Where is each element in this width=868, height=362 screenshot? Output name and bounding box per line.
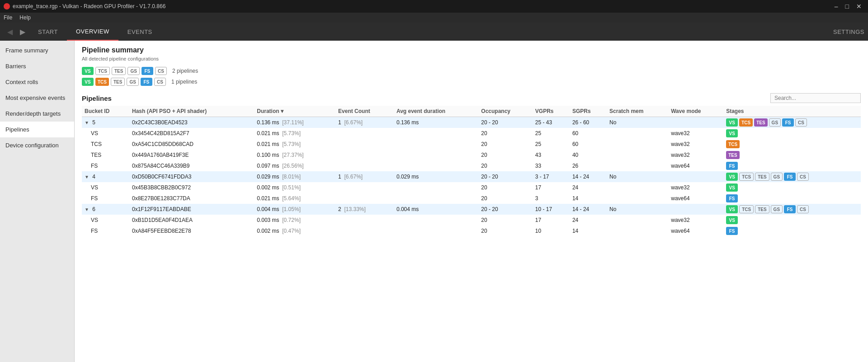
pipeline-summary-subtitle: All detected pipeline configurations bbox=[82, 56, 861, 61]
cell-vgprs: 33 bbox=[533, 160, 570, 171]
cell-stages: VS TCS TES GS FS CS bbox=[723, 204, 861, 215]
cell-duration: 0.002 ms [0.51%] bbox=[254, 182, 335, 193]
cell-event-count: 2 [13.33%] bbox=[335, 204, 394, 215]
table-row[interactable]: ▼ 4 0xD50B0CF6741FDDA3 0.029 ms [8.01%] … bbox=[82, 171, 861, 182]
app-title: example_trace.rgp - Vulkan - Radeon GPU … bbox=[13, 3, 165, 9]
cell-sgprs: 24 bbox=[570, 182, 607, 193]
cell-wave-mode: wave32 bbox=[668, 139, 723, 150]
cell-stages: VS TCS TES GS FS CS bbox=[723, 117, 861, 128]
cell-duration: 0.021 ms [5.73%] bbox=[254, 139, 335, 150]
cell-scratch-mem: No bbox=[607, 204, 668, 215]
cell-duration: 0.021 ms [5.73%] bbox=[254, 128, 335, 139]
cell-wave-mode: wave32 bbox=[668, 128, 723, 139]
cell-shader-type: FS bbox=[82, 193, 129, 204]
nav-start[interactable]: START bbox=[29, 23, 67, 41]
stage-tes: TES bbox=[755, 205, 769, 213]
cell-duration: 0.004 ms [1.05%] bbox=[254, 204, 335, 215]
cell-wave-mode: wave64 bbox=[668, 193, 723, 204]
col-wave-mode: Wave mode bbox=[668, 106, 723, 117]
nav-settings[interactable]: SETTINGS bbox=[833, 28, 864, 35]
stage-gs: GS bbox=[771, 205, 783, 213]
stage-vs: VS bbox=[726, 118, 738, 127]
badge-cs-1: CS bbox=[155, 67, 167, 75]
content-area: Pipeline summary All detected pipeline c… bbox=[75, 41, 868, 362]
cell-vgprs: 43 bbox=[533, 150, 570, 160]
cell-wave-mode: wave32 bbox=[668, 215, 723, 226]
cell-avg-duration: 0.004 ms bbox=[394, 204, 478, 215]
cell-occupancy: 20 - 20 bbox=[478, 171, 533, 182]
navbar: ◀ ▶ START OVERVIEW EVENTS SETTINGS bbox=[0, 23, 868, 41]
cell-sgprs: 26 bbox=[570, 160, 607, 171]
cell-duration: 0.100 ms [27.37%] bbox=[254, 150, 335, 160]
maximize-button[interactable]: □ bbox=[843, 3, 852, 10]
cell-sgprs: 14 bbox=[570, 193, 607, 204]
sidebar-item-device-config[interactable]: Device configuration bbox=[0, 137, 74, 153]
cell-duration: 0.021 ms [5.64%] bbox=[254, 193, 335, 204]
pipeline-summary-title: Pipeline summary bbox=[82, 46, 861, 54]
cell-wave-mode: wave32 bbox=[668, 182, 723, 193]
cell-event-count: 1 [6.67%] bbox=[335, 117, 394, 128]
sidebar-item-pipelines[interactable]: Pipelines bbox=[0, 122, 74, 137]
col-duration[interactable]: Duration ▾ bbox=[254, 106, 335, 117]
table-row[interactable]: ▼ 5 0x2C43C3B0EAD4523 0.136 ms [37.11%] … bbox=[82, 117, 861, 128]
cell-sgprs: 24 bbox=[570, 215, 607, 226]
col-vgprs: VGPRs bbox=[533, 106, 570, 117]
cell-stages: FS bbox=[723, 160, 861, 171]
cell-wave-mode: wave64 bbox=[668, 160, 723, 171]
cell-duration: 0.097 ms [26.56%] bbox=[254, 160, 335, 171]
cell-occupancy: 20 bbox=[478, 150, 533, 160]
sidebar-item-most-expensive[interactable]: Most expensive events bbox=[0, 90, 74, 106]
stage-vs: VS bbox=[726, 205, 738, 213]
cell-bucket-id: ▼ 4 bbox=[82, 171, 129, 182]
nav-overview[interactable]: OVERVIEW bbox=[67, 23, 118, 41]
cell-duration: 0.136 ms [37.11%] bbox=[254, 117, 335, 128]
cell-wave-mode bbox=[668, 117, 723, 128]
stage-fs: FS bbox=[784, 205, 796, 213]
stage-cs: CS bbox=[797, 173, 809, 181]
stage-tes: TES bbox=[755, 173, 769, 181]
badge-fs-1: FS bbox=[142, 67, 153, 75]
cell-hash: 0x8E27B0E1283C77DA bbox=[129, 193, 254, 204]
cell-sgprs: 26 - 60 bbox=[570, 117, 607, 128]
col-bucket-id: Bucket ID bbox=[82, 106, 129, 117]
cell-duration: 0.003 ms [0.72%] bbox=[254, 215, 335, 226]
table-row: FS 0x8E27B0E1283C77DA 0.021 ms [5.64%] 2… bbox=[82, 193, 861, 204]
table-row[interactable]: ▼ 6 0x1F12F9117EABDABE 0.004 ms [1.05%] … bbox=[82, 204, 861, 215]
stage-badge: FS bbox=[726, 227, 738, 235]
cell-duration: 0.002 ms [0.47%] bbox=[254, 226, 335, 236]
stage-badge: VS bbox=[726, 183, 738, 192]
sidebar-item-render-depth[interactable]: Render/depth targets bbox=[0, 106, 74, 122]
sidebar-item-barriers[interactable]: Barriers bbox=[0, 58, 74, 74]
cell-vgprs: 10 bbox=[533, 226, 570, 236]
nav-events[interactable]: EVENTS bbox=[118, 23, 161, 41]
cell-occupancy: 20 bbox=[478, 193, 533, 204]
table-row: VS 0xB1D1D5EA0F4D1AEA 0.003 ms [0.72%] 2… bbox=[82, 215, 861, 226]
back-arrow[interactable]: ◀ bbox=[4, 28, 16, 36]
cell-avg-duration: 0.136 ms bbox=[394, 117, 478, 128]
cell-duration: 0.029 ms [8.01%] bbox=[254, 171, 335, 182]
cell-sgprs: 14 bbox=[570, 226, 607, 236]
sidebar-item-frame-summary[interactable]: Frame summary bbox=[0, 42, 74, 58]
app-icon bbox=[4, 3, 10, 9]
cell-shader-type: FS bbox=[82, 160, 129, 171]
cell-shader-type: TCS bbox=[82, 139, 129, 150]
pipelines-title: Pipelines bbox=[82, 94, 112, 102]
close-button[interactable]: ✕ bbox=[854, 3, 864, 10]
cell-hash: 0x1F12F9117EABDABE bbox=[129, 204, 254, 215]
pipeline-search-input[interactable] bbox=[770, 93, 861, 103]
cell-scratch-mem: No bbox=[607, 171, 668, 182]
cell-hash: 0x45B3B8CBB2B0C972 bbox=[129, 182, 254, 193]
forward-arrow[interactable]: ▶ bbox=[16, 28, 29, 36]
help-menu[interactable]: Help bbox=[19, 14, 31, 21]
cell-stages: VS bbox=[723, 182, 861, 193]
cell-sgprs: 60 bbox=[570, 139, 607, 150]
badge-tes-1: TES bbox=[112, 67, 126, 75]
stage-cs: CS bbox=[795, 118, 807, 127]
file-menu[interactable]: File bbox=[4, 14, 12, 21]
cell-wave-mode: wave64 bbox=[668, 226, 723, 236]
cell-occupancy: 20 bbox=[478, 215, 533, 226]
sidebar-item-context-rolls[interactable]: Context rolls bbox=[0, 74, 74, 90]
minimize-button[interactable]: – bbox=[832, 3, 841, 10]
badge-tcs-1: TCS bbox=[95, 67, 110, 75]
main-layout: Frame summaryBarriersContext rollsMost e… bbox=[0, 41, 868, 362]
